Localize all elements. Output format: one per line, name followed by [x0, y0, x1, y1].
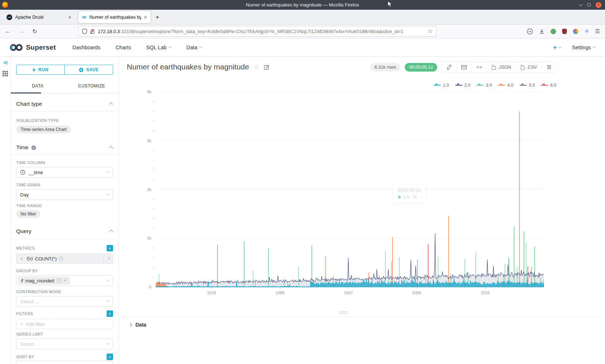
svg-text:1979: 1979	[207, 291, 216, 295]
resize-handle[interactable]	[337, 311, 350, 314]
new-tab-button[interactable]: +	[156, 14, 159, 21]
tab-apache-druid[interactable]: Apache Druid ×	[3, 11, 75, 23]
tab-customize[interactable]: CUSTOMIZE	[65, 79, 119, 93]
legend-marker-icon	[498, 85, 505, 86]
embed-code-button[interactable]: <>	[471, 62, 487, 72]
chart-menu-button[interactable]: ☰	[542, 62, 556, 72]
legend-item-3.0[interactable]: 3.0	[476, 83, 492, 88]
downloads-icon[interactable]	[539, 28, 544, 34]
data-panel-toggle[interactable]: Data	[119, 317, 605, 328]
superset-favicon-icon: ∞	[82, 14, 86, 20]
url-text[interactable]: 172.18.0.3:32108/superset/explore/?form_…	[98, 29, 425, 34]
legend-item-2.0[interactable]: 2.0	[455, 83, 471, 88]
chevron-up-icon	[109, 103, 113, 106]
chevron-right-icon	[129, 323, 132, 327]
timeseries-area-chart[interactable]: 4k3k2k1k019791988199720062015	[119, 88, 605, 299]
email-share-button[interactable]	[456, 62, 471, 72]
copy-link-button[interactable]	[442, 62, 456, 72]
save-button[interactable]: SAVE	[64, 65, 113, 75]
add-sort-button[interactable]: +	[107, 354, 113, 360]
chevron-down-icon	[106, 278, 109, 281]
chevron-down-icon	[106, 342, 109, 345]
series-limit-select[interactable]: Select ...	[16, 338, 113, 349]
collapse-panel-icon[interactable]	[3, 60, 8, 65]
datasource-grid-icon[interactable]	[3, 71, 8, 76]
add-filter-dropzone[interactable]: + Add filter	[16, 319, 113, 329]
extension-adguard-icon[interactable]	[551, 29, 556, 34]
chevron-down-icon	[559, 45, 561, 48]
druid-favicon-icon	[6, 14, 12, 20]
nav-sql-lab[interactable]: SQL Lab	[146, 45, 171, 50]
section-chart-type[interactable]: Chart type	[16, 101, 113, 107]
tooltip-value: 1.0: 74	[403, 195, 417, 200]
extension-ublock-icon[interactable]	[562, 29, 567, 34]
svg-text:1997: 1997	[344, 291, 353, 295]
browser-menu-icon[interactable]: ☰	[595, 28, 600, 35]
mouse-cursor	[387, 1, 393, 8]
edit-title-icon[interactable]	[264, 64, 269, 70]
reload-button[interactable]: ↻	[32, 28, 37, 35]
time-range-value[interactable]: No filter	[16, 210, 40, 218]
tab-data[interactable]: DATA	[11, 79, 65, 93]
window-minimize-icon[interactable]	[579, 3, 582, 8]
time-grain-label: TIME GRAIN	[16, 183, 40, 187]
legend-item-4.0[interactable]: 4.0	[498, 83, 514, 88]
tab-close-icon[interactable]: ×	[68, 14, 71, 20]
svg-text:2006: 2006	[412, 291, 421, 295]
clock-icon	[20, 170, 25, 175]
run-button[interactable]: RUN	[16, 65, 65, 75]
bookmark-star-icon[interactable]: ☆	[428, 28, 433, 35]
legend-item-5.0[interactable]: 5.0	[520, 83, 535, 88]
remove-chip-icon[interactable]: ×	[64, 278, 67, 283]
group-by-select[interactable]: f mag_rounded ? ×	[16, 275, 113, 286]
legend-marker-icon	[455, 85, 462, 86]
extension-palette-icon[interactable]	[573, 29, 578, 34]
window-maximize-icon[interactable]	[587, 3, 591, 6]
query-duration-badge: 00:00:05.12	[405, 63, 437, 72]
export-json-button[interactable]: .JSON	[487, 62, 516, 72]
section-time[interactable]: Time i	[16, 144, 113, 151]
left-rail	[0, 56, 11, 364]
brand-name: Superset	[26, 44, 56, 51]
legend-item-1.0[interactable]: 1.0	[434, 83, 449, 88]
expand-metric-icon[interactable]	[103, 254, 113, 263]
pocket-icon[interactable]	[527, 28, 533, 35]
url-bar[interactable]: 172.18.0.3:32108/superset/explore/?form_…	[78, 26, 436, 37]
nav-dashboards[interactable]: Dashboards	[72, 45, 100, 50]
time-grain-select[interactable]: Day	[16, 189, 113, 200]
sort-by-label: SORT BY	[16, 355, 34, 359]
settings-menu[interactable]: Settings	[572, 45, 596, 50]
svg-text:3k: 3k	[147, 138, 151, 143]
metric-chip[interactable]: × f(x) COUNT(*) ?	[16, 254, 113, 264]
superset-brand[interactable]: Superset	[9, 44, 56, 51]
chart-tooltip: 2002-03-21 1.0: 74	[393, 185, 426, 203]
tracking-shield-icon[interactable]	[82, 28, 87, 34]
file-icon	[521, 65, 525, 70]
time-column-select[interactable]: __time	[16, 167, 113, 178]
chevron-down-icon	[106, 299, 109, 302]
nav-data[interactable]: Data	[187, 45, 202, 50]
window-close-icon[interactable]: ×	[596, 2, 601, 8]
contribution-mode-select[interactable]: Select ...	[16, 296, 113, 307]
nav-charts[interactable]: Charts	[116, 45, 131, 50]
export-csv-button[interactable]: .CSV	[516, 62, 542, 72]
add-metric-button[interactable]: +	[107, 245, 113, 251]
insecure-lock-icon[interactable]	[90, 29, 95, 34]
sort-by-select[interactable]	[16, 361, 113, 364]
remove-metric-icon[interactable]: ×	[17, 254, 27, 263]
browser-window: Numer of earthquakes by magnitude — Mozi…	[0, 0, 605, 364]
extension-asterisk-icon[interactable]: ✳	[584, 28, 589, 35]
chevron-down-icon	[593, 45, 596, 48]
legend-item-6.0[interactable]: 6.0	[541, 83, 556, 88]
add-filter-button[interactable]: +	[107, 310, 113, 317]
back-button[interactable]: ←	[5, 28, 11, 35]
favorite-star-icon[interactable]: ☆	[254, 63, 259, 71]
new-item-button[interactable]: +	[553, 44, 561, 51]
tab-close-icon[interactable]: ×	[144, 14, 147, 20]
section-query[interactable]: Query	[16, 228, 113, 235]
group-by-chip[interactable]: f mag_rounded ? ×	[18, 277, 70, 285]
tab-earthquakes-active[interactable]: ∞ Numer of earthquakes by ×	[79, 11, 151, 23]
viz-type-value[interactable]: Time-series Area Chart	[16, 126, 71, 133]
chevron-down-icon	[106, 192, 109, 195]
forward-button[interactable]: →	[19, 28, 24, 35]
